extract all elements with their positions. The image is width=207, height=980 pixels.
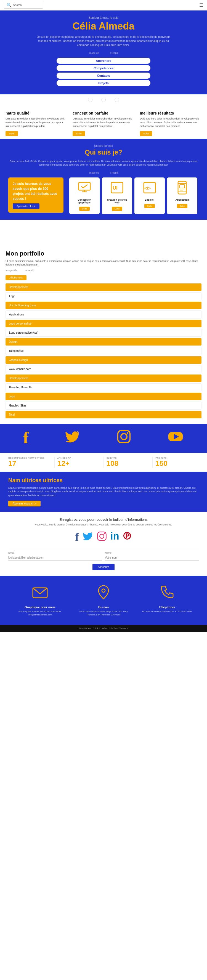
about-services-col: Conception graphique Suite UI Création d… — [68, 177, 199, 214]
footer-text: Sample text. Click to select this Text E… — [78, 627, 128, 630]
service-card-3: </> Logiciel Suite — [134, 177, 165, 214]
svg-rect-0 — [79, 183, 90, 190]
portfolio-img-credit: Images de Freepik — [6, 269, 201, 272]
service-card-1: Conception graphique Suite — [69, 177, 100, 214]
newsletter-facebook-icon[interactable]: f — [75, 530, 79, 543]
service-3-btn[interactable]: Suite — [144, 204, 155, 208]
about-desc: Salut, je suis Jack Smith. Cliquez ici p… — [8, 159, 199, 167]
portfolio-img-label-right: Freepik — [25, 269, 33, 272]
newsletter-divider — [8, 548, 199, 548]
portfolio-item-2: Ui / Ux Branding (css) — [6, 302, 201, 309]
feature-3-title: meilleurs résultats — [140, 111, 201, 115]
contact-0-desc: Notre équipe amicale est là pour vous ai… — [11, 610, 69, 617]
svg-rect-13 — [118, 431, 130, 443]
stat-1-label: ANNÉES AP — [57, 457, 101, 459]
about-highlight-btn[interactable]: Apprendre plus à — [13, 204, 40, 209]
feature-2-title: conception parfaite — [73, 111, 134, 115]
stat-2-label: clients — [107, 457, 150, 459]
newsletter-section: Enregistrez-vous pour recevoir le bullet… — [0, 512, 207, 576]
svg-point-15 — [127, 432, 128, 434]
contact-cards: Graphique pour nous Notre équipe amicale… — [8, 581, 199, 619]
newsletter-instagram-icon[interactable] — [96, 530, 108, 543]
contact-section: Graphique pour nous Notre équipe amicale… — [0, 576, 207, 625]
portfolio-item-1: Logo — [6, 292, 201, 300]
feature-3-desc: Duis aute irure dolor in reprehenderit i… — [140, 117, 201, 128]
newsletter-submit-btn[interactable]: S'inscrire — [92, 564, 115, 570]
portfolio-item-9: www.website.com — [6, 365, 201, 373]
feature-1-desc: Duis aute irure dolor in reprehenderit i… — [6, 117, 67, 128]
hero-img-label-right: Freepik — [110, 52, 118, 54]
features-section: haute qualité Duis aute irure dolor in r… — [0, 105, 207, 139]
phone-icon — [138, 584, 196, 603]
contact-card-1: Bureau Venez dire bonjour à notre siège … — [72, 581, 135, 619]
stat-0-label: récompenses remportées — [8, 457, 52, 459]
portfolio-img-label-left: Images de — [6, 269, 17, 272]
about-layout: Je suis heureux de vous savoir que plus … — [8, 177, 199, 214]
about-title: Qui suis je? — [8, 148, 199, 156]
portfolio-item-12: Logo — [6, 393, 201, 400]
newsletter-form: Email Name — [8, 551, 199, 560]
stat-1: ANNÉES AP 12+ — [55, 457, 104, 468]
nav-projets[interactable]: Projets — [57, 80, 150, 86]
newsletter-pinterest-icon[interactable]: ℗ — [122, 530, 132, 543]
portfolio-desc: Ut enim ad minim veniam, quis nostrud ex… — [6, 259, 201, 267]
spacer-1 — [0, 220, 207, 228]
contact-1-title: Bureau — [75, 606, 132, 609]
about-highlight-text: Je suis heureux de vous savoir que plus … — [13, 181, 59, 201]
feature-1-btn[interactable]: Suite — [6, 131, 18, 136]
service-3-name: Logiciel — [138, 199, 161, 201]
feature-3-btn[interactable]: Suite — [140, 131, 152, 136]
twitter-icon[interactable] — [64, 428, 80, 449]
newsletter-name-label: Name — [105, 551, 199, 554]
hero-description: Je suis un designer numérique amoureux d… — [35, 35, 172, 47]
newsletter-social-icons: f in ℗ — [8, 530, 199, 543]
facebook-icon[interactable]: f — [23, 428, 29, 449]
youtube-icon[interactable] — [167, 428, 184, 449]
about-highlight-box: Je suis heureux de vous savoir que plus … — [8, 177, 64, 213]
stat-2: clients 108 — [104, 457, 153, 468]
service-2-btn[interactable]: Suite — [112, 207, 122, 211]
stat-0: récompenses remportées 17 — [6, 457, 55, 468]
social-bar: f — [0, 424, 207, 453]
nav-competences[interactable]: Compétences — [57, 65, 150, 71]
svg-point-20 — [104, 533, 105, 534]
newsletter-desc: Vous voulez être le premier à ne rien ma… — [8, 523, 199, 526]
search-input[interactable] — [13, 3, 41, 6]
nav-apprendre[interactable]: Apprendre — [57, 58, 150, 64]
stats-section: récompenses remportées 17 ANNÉES AP 12+ … — [0, 453, 207, 472]
portfolio-items-list: Développement Logo Ui / Ux Branding (css… — [6, 283, 201, 418]
search-box[interactable]: 🔍 — [4, 2, 43, 8]
portfolio-item-8: Graphic Design — [6, 356, 201, 364]
newsletter-linkedin-icon[interactable]: in — [110, 530, 119, 543]
feature-2-btn[interactable]: Suite — [73, 131, 85, 136]
service-1-btn[interactable]: Suite — [79, 207, 90, 211]
newsletter-name-input[interactable] — [105, 555, 199, 560]
svg-rect-18 — [97, 532, 106, 541]
hero-name: Célia Almeda — [8, 21, 199, 32]
about-img-credit: Image de Freepik — [8, 171, 199, 174]
svg-text:UI: UI — [113, 185, 118, 191]
nav-contacts[interactable]: Contacts — [57, 73, 150, 79]
stat-1-value: 12+ — [57, 459, 101, 468]
service-2-name: Création de sites web — [105, 199, 129, 204]
hero-img-credit: Image de Freepik — [8, 52, 199, 54]
hamburger-icon[interactable]: ☰ — [199, 3, 203, 8]
contact-2-title: Téléphoner — [138, 606, 196, 609]
portfolio-item-10: Développement — [6, 374, 201, 382]
portfolio-item-7: Responsive — [6, 347, 201, 355]
newsletter-twitter-icon[interactable] — [82, 530, 93, 543]
stat-3: projets 150 — [153, 457, 201, 468]
svg-rect-10 — [180, 185, 185, 188]
feature-3: meilleurs résultats Duis aute irure dolo… — [137, 111, 204, 136]
portfolio-filter-btn[interactable]: Afficher tout — [6, 275, 27, 280]
testimonials-section: Nam ultrices ultrices Etiam erat velit s… — [0, 472, 207, 512]
instagram-icon[interactable] — [116, 428, 132, 449]
monitor-icon — [73, 181, 96, 197]
feature-2-desc: Duis aute irure dolor in reprehenderit i… — [73, 117, 134, 128]
testimonials-btn[interactable]: Abonner-vous ici ↗ — [8, 501, 41, 506]
feature-1: haute qualité Duis aute irure dolor in r… — [3, 111, 70, 136]
service-4-btn[interactable]: Suite — [177, 204, 188, 208]
portfolio-section: Mon portfolio Ut enim ad minim veniam, q… — [0, 245, 207, 424]
portfolio-item-13: Graphic, Sites — [6, 401, 201, 410]
newsletter-email-input[interactable] — [8, 555, 102, 560]
